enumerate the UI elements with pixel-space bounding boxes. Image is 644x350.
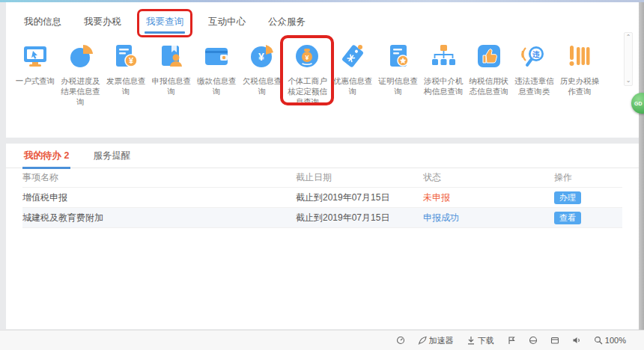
invoice-icon: ¥: [104, 41, 148, 71]
download-control[interactable]: 下载: [467, 335, 494, 346]
tab-my-todo[interactable]: 我的待办 2: [24, 150, 69, 162]
accelerator-label: 加速器: [429, 335, 454, 346]
yen-circle-icon: ¥: [240, 41, 284, 71]
sound-control[interactable]: [572, 336, 581, 345]
todo-count-badge: 2: [64, 150, 69, 161]
performance-indicator[interactable]: [396, 336, 405, 345]
accelerator-icon: [418, 336, 427, 345]
float-ball-label: GD: [634, 101, 643, 106]
col-header-status: 状态: [423, 171, 554, 184]
col-header-deadline: 截止日期: [296, 171, 423, 184]
view-button[interactable]: 查看: [554, 212, 581, 224]
status-badge: 未申报: [423, 191, 554, 204]
active-tab-underline: [145, 31, 185, 34]
query-item-history-operations[interactable]: 历史办税操作查询: [558, 41, 601, 107]
window-control[interactable]: [550, 336, 559, 345]
window-icon: [550, 336, 559, 345]
pie-chart-icon: [59, 41, 103, 71]
nav-tab-interaction-center[interactable]: 互动中心: [208, 16, 246, 28]
wallet-icon: [195, 41, 238, 71]
query-item-tax-owed[interactable]: ¥ 欠税信息查询: [240, 41, 284, 107]
todo-panel: 我的待办 2 服务提醒 事项名称 截止日期 状态 操作 增值税申报 截止到201…: [6, 144, 639, 329]
thumbs-up-icon: [467, 41, 511, 71]
todo-table: 事项名称 截止日期 状态 操作 增值税申报 截止到2019年07月15日 未申报…: [6, 168, 639, 228]
tab-service-reminder[interactable]: 服务提醒: [93, 150, 130, 162]
icon-label: 违法违章信息查询类: [512, 76, 556, 96]
certificate-icon: [377, 41, 420, 71]
discount-tag-icon: [331, 41, 374, 71]
icon-label: 个体工商户核定定额信息查询: [285, 76, 329, 107]
query-item-payment-info[interactable]: 缴款信息查询: [195, 41, 238, 107]
table-header-row: 事项名称 截止日期 状态 操作: [22, 168, 622, 188]
red-highlight-box-nav: 我要查询: [137, 9, 192, 37]
item-deadline: 截止到2019年07月15日: [296, 191, 423, 204]
icon-label: 申报信息查询: [150, 76, 193, 96]
download-label: 下载: [478, 335, 494, 346]
table-row: 城建税及教育费附加 截止到2019年07月15日 申报成功 查看: [22, 208, 622, 228]
main-nav: 我的信息 我要办税 我要查询 互动中心 公众服务: [6, 2, 639, 31]
tab-my-todo-label: 我的待办: [24, 150, 61, 161]
icon-label: 一户式查询: [13, 76, 57, 86]
table-row: 增值税申报 截止到2019年07月15日 未申报 办理: [22, 188, 622, 208]
declaration-book-icon: [150, 41, 193, 71]
query-item-credit-status[interactable]: 纳税信用状态信息查询: [467, 41, 511, 107]
todo-tab-underline: [22, 167, 70, 169]
quota-moneybag-icon: ¥: [285, 41, 329, 71]
browser-status-bar: 加速器 下载: [0, 330, 644, 350]
browser-mode-control[interactable]: [529, 336, 538, 345]
scroll-up-icon[interactable]: ⌃: [625, 34, 632, 40]
query-panel: 我的信息 我要办税 我要查询 互动中心 公众服务 一户式查询: [6, 2, 639, 138]
accelerator-control[interactable]: 加速器: [418, 335, 454, 346]
col-header-item-name: 事项名称: [22, 171, 296, 184]
query-item-declaration-info[interactable]: 申报信息查询: [150, 41, 193, 107]
icon-label: 办税进度及结果信息查询: [59, 76, 103, 107]
icon-label: 发票信息查询: [104, 76, 148, 96]
svg-text:¥: ¥: [129, 56, 134, 65]
todo-tabs: 我的待办 2 服务提醒: [6, 144, 639, 168]
scroll-down-icon[interactable]: ⌄: [625, 78, 632, 84]
flag-icon: [507, 336, 516, 345]
item-name: 增值税申报: [22, 191, 296, 204]
org-chart-icon: [422, 41, 465, 71]
icon-label: 证明信息查询: [377, 76, 420, 96]
icon-panel-scrollbar[interactable]: ⌃ ⌄: [624, 32, 633, 86]
top-gradient-strip: [0, 0, 644, 2]
svg-text:违: 违: [532, 50, 541, 58]
query-item-invoice-info[interactable]: ¥ 发票信息查询: [104, 41, 148, 107]
nav-tab-my-info[interactable]: 我的信息: [24, 16, 61, 28]
zoom-level-label: 100%: [605, 336, 626, 345]
query-item-intermediary-info[interactable]: 涉税中介机构信息查询: [422, 41, 465, 107]
query-icon-grid: 一户式查询 办税进度及结果信息查询 ¥ 发票信息查询: [13, 41, 601, 107]
nav-tab-public-service[interactable]: 公众服务: [268, 16, 306, 28]
col-header-action: 操作: [554, 171, 622, 184]
item-deadline: 截止到2019年07月15日: [296, 212, 423, 224]
status-badge: 申报成功: [423, 212, 554, 224]
feedback-control[interactable]: [507, 336, 516, 345]
icon-label: 欠税信息查询: [240, 76, 284, 96]
query-item-one-stop[interactable]: 一户式查询: [13, 41, 57, 107]
browser-vertical-scrollbar[interactable]: ⌄: [639, 2, 644, 338]
zoom-icon: [594, 336, 603, 345]
icon-label: 缴款信息查询: [195, 76, 238, 96]
tax-bureau-page: ⌄ 我的信息 我要办税 我要查询 互动中心 公众服务 一户式: [0, 0, 644, 350]
nav-tab-tax-handling[interactable]: 我要办税: [84, 16, 121, 28]
performance-icon: [396, 336, 405, 345]
query-item-certificate-info[interactable]: 证明信息查询: [377, 41, 420, 107]
speaker-icon: [572, 336, 581, 345]
query-item-tax-progress[interactable]: 办税进度及结果信息查询: [59, 41, 103, 107]
violation-search-icon: 违: [512, 41, 556, 71]
handle-button[interactable]: 办理: [554, 191, 581, 204]
icon-label: 历史办税操作查询: [558, 76, 601, 96]
svg-text:¥: ¥: [258, 51, 264, 63]
history-bars-icon: [558, 41, 601, 71]
query-item-discount-info[interactable]: 优惠信息查询: [331, 41, 374, 107]
download-icon: [467, 336, 476, 345]
query-item-individual-quota[interactable]: ¥ 个体工商户核定定额信息查询: [285, 41, 329, 107]
zoom-control[interactable]: 100%: [594, 336, 626, 345]
icon-label: 优惠信息查询: [331, 76, 374, 96]
nav-tab-query[interactable]: 我要查询: [146, 16, 183, 27]
icon-label: 涉税中介机构信息查询: [422, 76, 465, 96]
query-item-violation-info[interactable]: 违 违法违章信息查询类: [512, 41, 556, 107]
item-name: 城建税及教育费附加: [22, 212, 296, 224]
svg-text:¥: ¥: [306, 54, 309, 61]
